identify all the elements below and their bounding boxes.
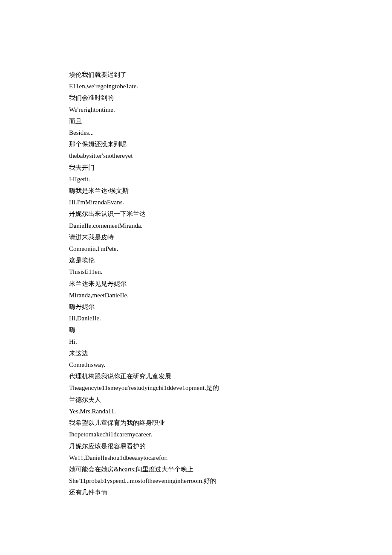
text-line: 这是埃伦	[69, 255, 325, 266]
text-line: We11,DanieIIeshou1dbeeasytocarefor.	[69, 452, 325, 464]
text-line: I·IIgetit.	[69, 174, 325, 185]
text-line: Hi.I'mMirandaEvans.	[69, 197, 325, 208]
text-line: 嗨丹妮尔	[69, 301, 325, 313]
text-line: 米兰达来见见丹妮尔	[69, 278, 325, 290]
text-line: Hi.	[69, 336, 325, 348]
text-line: 请进来我是皮特	[69, 232, 325, 243]
text-line: DanieIIe,comemeetMiranda.	[69, 220, 325, 232]
text-line: 兰德尔夫人	[69, 394, 325, 406]
text-line: 丹妮尔应该是很容易看护的	[69, 441, 325, 452]
text-line: ThisisE11en.	[69, 266, 325, 278]
text-line: 埃伦我们就要迟到了	[69, 69, 325, 81]
text-line: 那个保姆还没来到呢	[69, 139, 325, 150]
text-line: Yes,Mrs.Randa11.	[69, 406, 325, 417]
text-line: Besides...	[69, 127, 325, 139]
text-line: thebabysitter'snothereyet	[69, 150, 325, 162]
text-line: Comethisway.	[69, 359, 325, 371]
text-line: Theagencyte11smeyou'restudyingchi1ddeve1…	[69, 382, 325, 394]
text-line: 嗨	[69, 324, 325, 336]
text-line: Ihopetomakechi1dcaremycareer.	[69, 429, 325, 440]
text-line: 嗨我是米兰达•埃文斯	[69, 185, 325, 197]
text-line: 我去开门	[69, 162, 325, 174]
text-line: Hi,DanieIIe.	[69, 313, 325, 324]
text-line: 代理机构跟我说你正在研究儿童发展	[69, 371, 325, 382]
text-line: Miranda,meetDanieIIe.	[69, 290, 325, 301]
text-line: 而且	[69, 116, 325, 127]
text-line: 她可能会在她房&hearts;间里度过大半个晚上	[69, 464, 325, 475]
text-line: 丹妮尔出来认识一下米兰达	[69, 208, 325, 220]
text-line: 我希望以儿童保育为我的终身职业	[69, 417, 325, 429]
text-line: 还有几件事情	[69, 487, 325, 498]
document-page: 埃伦我们就要迟到了 E11en,we'regoingtobe1ate. 我们会准…	[0, 0, 325, 499]
text-line: We'rerightontime.	[69, 104, 325, 116]
text-line: 来这边	[69, 348, 325, 359]
text-line: She'11probab1yspend...mostoftheeveningin…	[69, 475, 325, 487]
text-line: Comeonin.I'mPete.	[69, 243, 325, 255]
text-line: 我们会准时到的	[69, 92, 325, 104]
text-line: E11en,we'regoingtobe1ate.	[69, 81, 325, 92]
